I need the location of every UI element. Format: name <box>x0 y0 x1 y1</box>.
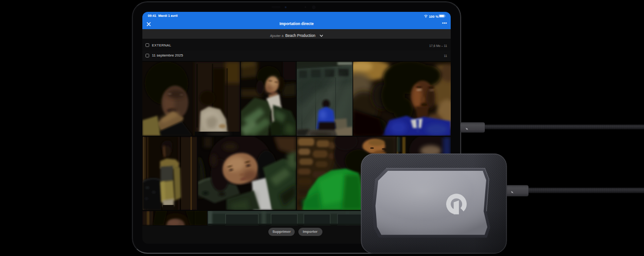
svg-text:100 %: 100 % <box>429 15 438 19</box>
